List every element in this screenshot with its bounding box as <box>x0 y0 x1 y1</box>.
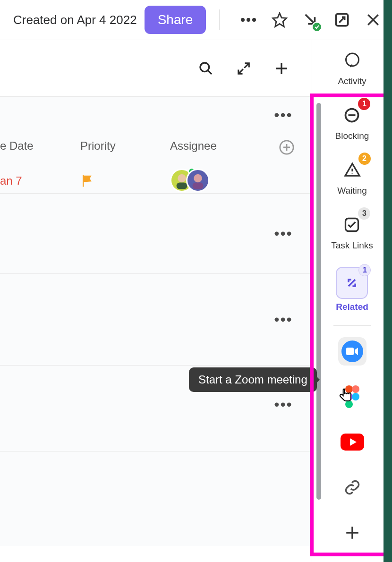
comment-icon <box>340 48 365 73</box>
column-header-assignee[interactable]: Assignee <box>170 139 260 153</box>
panel-menu-icon[interactable]: ••• <box>274 311 293 328</box>
rail-waiting[interactable]: 2 Waiting <box>337 157 367 196</box>
created-on-label: Created on Apr 4 2022 <box>13 13 137 27</box>
panel-menu-icon[interactable]: ••• <box>274 225 293 242</box>
scrollbar[interactable] <box>316 103 321 500</box>
rail-blocking[interactable]: 1 Blocking <box>335 102 369 141</box>
zoom-button[interactable] <box>338 337 366 366</box>
zoom-tooltip: Start a Zoom meeting <box>189 367 317 392</box>
share-button[interactable]: Share <box>145 6 206 34</box>
more-icon[interactable] <box>239 10 258 29</box>
window-border <box>383 0 392 562</box>
rail-activity[interactable]: Activity <box>338 48 366 86</box>
rail-label: Related <box>336 302 368 312</box>
panel-section <box>0 451 312 546</box>
panel-menu-icon[interactable]: ••• <box>274 396 293 413</box>
task-list-panel: ••• e Date Priority Assignee an 7 <box>0 97 312 194</box>
rail-label: Blocking <box>335 131 369 141</box>
rail-related[interactable]: 1 Related <box>336 267 368 312</box>
add-column-icon[interactable] <box>279 139 295 155</box>
rail-label: Waiting <box>337 186 367 196</box>
expand-icon[interactable] <box>332 10 351 29</box>
svg-point-0 <box>241 18 245 22</box>
star-icon[interactable] <box>270 10 289 29</box>
svg-rect-14 <box>346 348 354 355</box>
task-link-icon: 3 <box>339 212 365 238</box>
youtube-button[interactable] <box>338 428 366 456</box>
svg-marker-3 <box>273 13 286 26</box>
svg-point-1 <box>247 18 250 22</box>
badge: 3 <box>358 207 370 220</box>
avatar[interactable] <box>186 169 210 192</box>
priority-flag-icon[interactable] <box>80 174 170 188</box>
panel-menu-icon[interactable]: ••• <box>274 106 293 124</box>
main-column: ••• e Date Priority Assignee an 7 <box>0 40 312 562</box>
blocking-icon: 1 <box>339 102 365 128</box>
svg-point-7 <box>178 174 186 183</box>
svg-point-11 <box>346 53 358 66</box>
link-icon <box>344 479 361 496</box>
cursor-hand-icon <box>338 387 354 405</box>
column-header-date[interactable]: e Date <box>0 139 80 153</box>
topbar: Created on Apr 4 2022 Share <box>0 0 392 40</box>
plus-icon <box>344 525 360 541</box>
close-icon[interactable] <box>364 10 383 29</box>
zoom-icon <box>341 341 363 362</box>
related-icon: 1 <box>336 267 368 299</box>
svg-rect-8 <box>177 182 187 189</box>
task-row[interactable]: an 7 <box>0 169 312 193</box>
tooltip-text: Start a Zoom meeting <box>198 373 307 386</box>
search-icon[interactable] <box>196 59 215 78</box>
check-badge-icon <box>312 22 322 32</box>
badge: 1 <box>358 98 370 110</box>
due-date[interactable]: an 7 <box>0 174 80 187</box>
svg-point-9 <box>194 174 202 183</box>
fullscreen-icon[interactable] <box>234 59 253 78</box>
download-icon[interactable] <box>301 10 320 29</box>
divider <box>219 9 220 30</box>
badge: 2 <box>358 153 371 165</box>
rail-label: Activity <box>338 76 366 86</box>
warning-icon: 2 <box>340 157 365 183</box>
panel-section: ••• <box>0 274 312 366</box>
divider <box>333 325 371 326</box>
rail-label: Task Links <box>331 240 373 251</box>
rail-task-links[interactable]: 3 Task Links <box>331 212 373 251</box>
panel-section: ••• <box>0 194 312 274</box>
svg-rect-10 <box>193 182 204 189</box>
link-button[interactable] <box>338 473 366 502</box>
assignee-avatars[interactable] <box>170 169 260 193</box>
topbar-actions <box>239 10 383 29</box>
right-rail: Activity 1 Blocking 2 Waiting 3 Task Lin… <box>312 40 392 562</box>
action-row <box>0 40 312 97</box>
add-icon[interactable] <box>272 59 291 78</box>
add-app-button[interactable] <box>338 519 366 547</box>
column-header-priority[interactable]: Priority <box>80 139 170 153</box>
youtube-icon <box>341 434 364 451</box>
badge: 1 <box>358 264 371 276</box>
column-headers: e Date Priority Assignee <box>0 97 312 153</box>
svg-point-5 <box>200 63 209 72</box>
svg-point-2 <box>252 18 256 22</box>
scroll-thumb[interactable] <box>316 103 321 500</box>
